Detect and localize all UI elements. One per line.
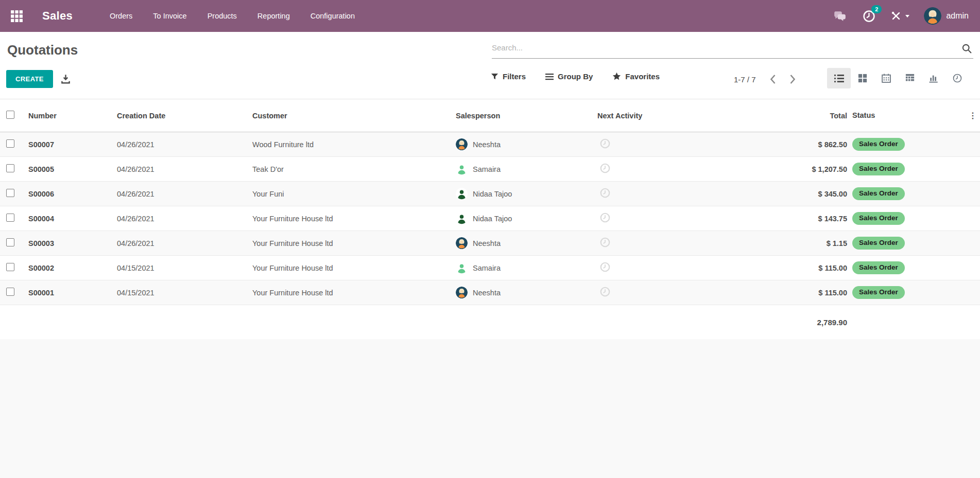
customer-name: Your Funi <box>252 190 456 198</box>
table-row[interactable]: S00002 04/15/2021 Your Furniture House l… <box>0 256 980 280</box>
column-header-customer[interactable]: Customer <box>252 112 456 120</box>
activities-button[interactable]: 2 <box>862 9 876 23</box>
row-checkbox[interactable] <box>6 288 14 296</box>
filter-bar: Filters Group By Favorites <box>491 72 660 81</box>
navbar-right: 2 admin <box>833 7 969 25</box>
creation-date: 04/26/2021 <box>117 165 252 173</box>
download-icon <box>61 74 71 84</box>
favorites-button[interactable]: Favorites <box>612 72 660 81</box>
table-row[interactable]: S00003 04/26/2021 Your Furniture House l… <box>0 231 980 256</box>
menu-to-invoice[interactable]: To Invoice <box>153 0 186 32</box>
row-checkbox[interactable] <box>6 139 14 148</box>
column-header-next-activity[interactable]: Next Activity <box>597 112 729 120</box>
order-total: $ 115.00 <box>729 289 847 297</box>
bars-icon <box>545 73 554 80</box>
graph-view-button[interactable] <box>922 68 945 88</box>
pager-range: 1-7 / 7 <box>734 75 756 84</box>
top-navbar: Sales Orders To Invoice Products Reporti… <box>0 0 980 32</box>
salesperson-name: Neeshta <box>473 239 501 247</box>
activity-clock-icon <box>953 74 962 83</box>
list-view-button[interactable] <box>827 68 851 88</box>
pager-next-button[interactable] <box>789 74 796 84</box>
order-total: $ 143.75 <box>729 215 847 223</box>
table-body: S00007 04/26/2021 Wood Furniture ltd Nee… <box>0 132 980 305</box>
next-activity-clock-icon[interactable] <box>599 217 611 225</box>
next-activity-clock-icon[interactable] <box>599 266 611 274</box>
kanban-view-button[interactable] <box>851 68 874 88</box>
chevron-down-icon <box>905 15 909 17</box>
next-activity-clock-icon[interactable] <box>599 167 611 175</box>
column-header-number[interactable]: Number <box>28 112 117 120</box>
bar-chart-icon <box>929 74 939 83</box>
pivot-view-button[interactable] <box>898 68 922 88</box>
menu-products[interactable]: Products <box>208 0 237 32</box>
menu-configuration[interactable]: Configuration <box>311 0 355 32</box>
next-activity-clock-icon[interactable] <box>599 192 611 200</box>
status-badge: Sales Order <box>852 163 905 175</box>
table-row[interactable]: S00005 04/26/2021 Teak D'or Samaira $ 1,… <box>0 157 980 182</box>
status-badge: Sales Order <box>852 237 905 250</box>
row-checkbox[interactable] <box>6 238 14 246</box>
select-all-checkbox[interactable] <box>6 111 14 119</box>
salesperson-name: Samaira <box>473 165 501 173</box>
row-checkbox[interactable] <box>6 214 14 222</box>
row-checkbox[interactable] <box>6 263 14 271</box>
creation-date: 04/26/2021 <box>117 239 252 247</box>
group-by-button[interactable]: Group By <box>545 72 593 81</box>
user-menu[interactable]: admin <box>924 7 969 25</box>
next-activity-clock-icon[interactable] <box>599 143 611 151</box>
salesperson-name: Samaira <box>473 264 501 272</box>
menu-reporting[interactable]: Reporting <box>257 0 290 32</box>
calendar-view-button[interactable] <box>874 68 898 88</box>
grid-icon <box>10 10 23 23</box>
user-name: admin <box>946 11 969 21</box>
status-badge: Sales Order <box>852 212 905 225</box>
row-checkbox[interactable] <box>6 189 14 197</box>
row-checkbox[interactable] <box>6 164 14 172</box>
next-activity-clock-icon[interactable] <box>599 291 611 299</box>
quotation-number: S00005 <box>28 165 117 173</box>
column-header-salesperson[interactable]: Salesperson <box>456 112 597 120</box>
table-row[interactable]: S00006 04/26/2021 Your Funi Nidaa Tajoo … <box>0 182 980 206</box>
column-header-status[interactable]: Status <box>852 111 875 120</box>
activity-view-button[interactable] <box>945 68 969 88</box>
import-export-button[interactable] <box>61 74 71 86</box>
apps-menu-icon[interactable] <box>6 6 27 26</box>
column-header-creation-date[interactable]: Creation Date <box>117 112 252 120</box>
customer-name: Your Furniture House ltd <box>252 264 456 272</box>
creation-date: 04/26/2021 <box>117 215 252 223</box>
column-header-total[interactable]: Total <box>729 112 847 120</box>
quotation-number: S00003 <box>28 239 117 247</box>
table-row[interactable]: S00007 04/26/2021 Wood Furniture ltd Nee… <box>0 132 980 157</box>
pager: 1-7 / 7 <box>734 74 796 84</box>
optional-columns-icon[interactable]: ⋮ <box>969 111 980 120</box>
filters-button[interactable]: Filters <box>491 72 526 81</box>
total-sum: 2,789.90 <box>729 318 847 327</box>
next-activity-clock-icon[interactable] <box>599 241 611 250</box>
table-row[interactable]: S00001 04/15/2021 Your Furniture House l… <box>0 280 980 305</box>
quotation-number: S00007 <box>28 140 117 149</box>
search-icon[interactable] <box>961 43 972 56</box>
funnel-icon <box>491 73 498 80</box>
app-title[interactable]: Sales <box>42 9 73 23</box>
salesperson-name: Neeshta <box>473 289 501 297</box>
table-row[interactable]: S00004 04/26/2021 Your Furniture House l… <box>0 206 980 231</box>
pager-previous-button[interactable] <box>769 74 776 84</box>
menu-orders[interactable]: Orders <box>110 0 132 32</box>
order-total: $ 115.00 <box>729 264 847 272</box>
calendar-icon <box>882 74 891 83</box>
page-title: Quotations <box>7 42 78 58</box>
salesperson-avatar <box>456 188 468 200</box>
salesperson-avatar <box>456 138 468 150</box>
search-input[interactable] <box>492 39 973 59</box>
create-button[interactable]: CREATE <box>6 70 53 88</box>
creation-date: 04/26/2021 <box>117 140 252 149</box>
chat-icon <box>833 9 847 23</box>
debug-tools-button[interactable] <box>890 10 909 22</box>
activity-count-badge: 2 <box>871 5 882 13</box>
customer-name: Wood Furniture ltd <box>252 140 456 149</box>
quotation-number: S00001 <box>28 289 117 297</box>
messages-button[interactable] <box>833 9 847 23</box>
salesperson-name: Nidaa Tajoo <box>473 190 512 198</box>
order-total: $ 862.50 <box>729 140 847 149</box>
